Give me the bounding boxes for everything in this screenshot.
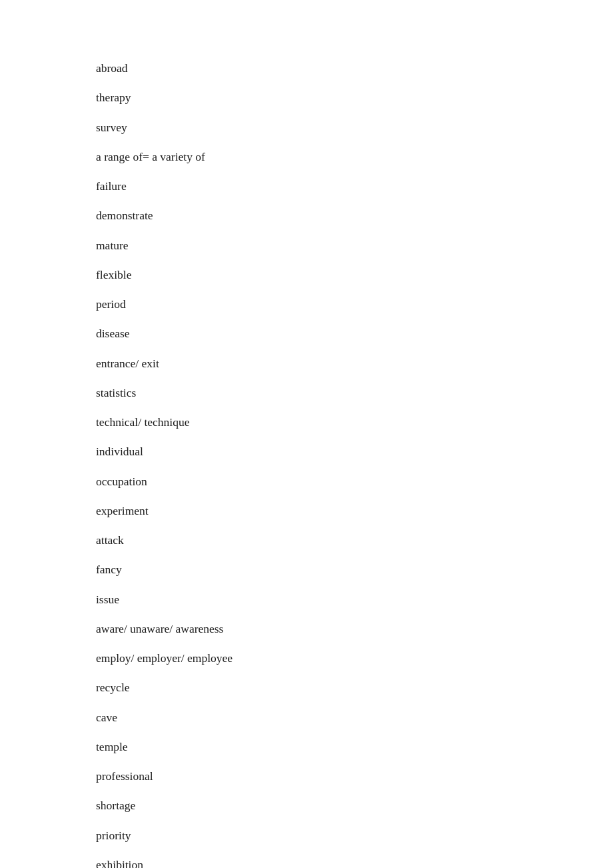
list-item: survey (96, 113, 613, 142)
list-item: shortage (96, 791, 613, 820)
list-item: a range of= a variety of (96, 142, 613, 171)
list-item: exhibition (96, 850, 613, 868)
list-item: attack (96, 525, 613, 555)
list-item: cave (96, 703, 613, 732)
list-item: occupation (96, 467, 613, 496)
list-item: technical/ technique (96, 407, 613, 437)
list-item: abroad (96, 53, 613, 83)
list-item: issue (96, 585, 613, 614)
list-item: employ/ employer/ employee (96, 643, 613, 673)
list-item: failure (96, 171, 613, 201)
list-item: demonstrate (96, 201, 613, 230)
list-item: experiment (96, 496, 613, 525)
list-item: flexible (96, 260, 613, 289)
list-item: period (96, 289, 613, 319)
list-item: professional (96, 761, 613, 791)
list-item: temple (96, 732, 613, 761)
list-item: statistics (96, 378, 613, 407)
list-item: individual (96, 437, 613, 466)
list-item: therapy (96, 83, 613, 112)
list-item: disease (96, 319, 613, 348)
list-item: fancy (96, 555, 613, 584)
list-item: recycle (96, 673, 613, 702)
list-item: entrance/ exit (96, 349, 613, 378)
list-item: mature (96, 231, 613, 260)
list-item: aware/ unaware/ awareness (96, 614, 613, 643)
list-item: priority (96, 821, 613, 850)
word-list: abroadtherapysurveya range of= a variety… (0, 0, 613, 868)
